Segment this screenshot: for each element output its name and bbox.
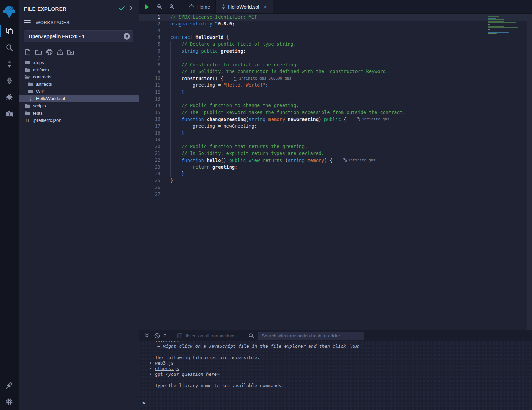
new-file-icon[interactable] xyxy=(24,48,32,56)
search-icon[interactable] xyxy=(0,39,19,56)
code-line-5[interactable]: 5 // Declare a public field of type stri… xyxy=(139,41,527,48)
file-explorer-icon[interactable] xyxy=(0,23,19,39)
deploy-and-run-icon[interactable] xyxy=(0,72,19,89)
tab-close-icon[interactable]: ✕ xyxy=(263,4,267,10)
upload-file-icon[interactable] xyxy=(56,48,64,56)
code-line-22[interactable]: 22 function hello() public view returns … xyxy=(139,157,527,164)
line-number: 2 xyxy=(139,21,160,28)
terminal-library-link[interactable]: web3.js xyxy=(155,360,174,366)
code-line-9[interactable]: 9 // In Solidity, the constructor is def… xyxy=(139,68,527,75)
run-script-icon[interactable] xyxy=(144,4,150,10)
line-number: 1 xyxy=(139,14,160,21)
folder-icon xyxy=(24,60,30,65)
listen-transactions-checkbox[interactable] xyxy=(177,333,182,338)
code-line-2[interactable]: 2pragma solidity ^0.8.0; xyxy=(139,21,527,28)
terminal-output[interactable]: interface – Right click on a JavaScript … xyxy=(139,341,532,410)
workspace-check-icon[interactable] xyxy=(119,6,125,12)
zoom-out-icon[interactable] xyxy=(156,4,162,10)
code-line-25[interactable]: 25} xyxy=(139,177,527,184)
tab-home[interactable]: Home xyxy=(183,0,216,13)
panel-chevron-right-icon[interactable] xyxy=(129,6,132,12)
terminal-line: The following libraries are accessible: xyxy=(155,355,529,360)
code-line-8[interactable]: 8 // Constructor to initialize the greet… xyxy=(139,62,527,69)
code-line-26[interactable]: 26 xyxy=(139,184,527,191)
editor-scrollbar[interactable] xyxy=(527,14,532,330)
line-content: // Declare a public field of type string… xyxy=(160,41,296,48)
clear-console-icon[interactable] xyxy=(153,332,160,339)
terminal-collapse-icon[interactable] xyxy=(143,332,150,339)
code-line-23[interactable]: 23 return greeting; xyxy=(139,164,527,171)
solidity-compiler-icon[interactable] xyxy=(0,56,19,72)
tree-item-helloworld-sol[interactable]: HelloWorld.sol xyxy=(19,95,139,102)
code-line-24[interactable]: 24 } xyxy=(139,170,527,177)
activity-bar xyxy=(0,0,19,410)
code-line-16[interactable]: 16 function changeGreeting(string memory… xyxy=(139,116,527,123)
code-editor[interactable]: 1// SPDX-License-Identifier: MIT2pragma … xyxy=(139,14,532,330)
workspace-select[interactable]: OpenZeppelin ERC20 - 1 xyxy=(24,30,133,42)
line-content: pragma solidity ^0.8.0; xyxy=(160,21,235,28)
terminal-link[interactable]: interface xyxy=(155,341,179,343)
upload-folder-icon[interactable] xyxy=(67,48,74,56)
remix-logo-icon[interactable] xyxy=(0,3,19,21)
line-number: 15 xyxy=(139,109,160,116)
code-line-15[interactable]: 15 // The "public" keyword makes the fun… xyxy=(139,109,527,116)
code-line-27[interactable]: 27 xyxy=(139,191,527,198)
code-line-3[interactable]: 3 xyxy=(139,28,527,34)
clone-github-icon[interactable] xyxy=(45,48,53,56)
line-content: // Public function that returns the gree… xyxy=(160,143,307,150)
folder-icon xyxy=(28,82,33,86)
code-line-10[interactable]: 10 constructor() {infinite gas 368600 ga… xyxy=(139,75,527,82)
line-number: 7 xyxy=(139,55,160,62)
tree-item-label: tests xyxy=(33,111,42,116)
debugger-icon[interactable] xyxy=(0,89,19,105)
file-explorer-actions xyxy=(19,48,139,56)
code-line-13[interactable]: 13 xyxy=(139,96,527,103)
tree-item-scripts[interactable]: scripts xyxy=(19,102,139,109)
settings-gear-icon[interactable] xyxy=(0,393,19,410)
indent-guide xyxy=(170,55,171,62)
new-folder-icon[interactable] xyxy=(35,48,42,56)
tree-item-tests[interactable]: tests xyxy=(19,109,139,117)
code-line-20[interactable]: 20 // Public function that returns the g… xyxy=(139,143,527,150)
line-number: 26 xyxy=(139,184,160,191)
tree-item-wip[interactable]: WIP xyxy=(19,88,139,95)
terminal-prompt[interactable]: > xyxy=(142,400,145,406)
code-line-19[interactable]: 19 xyxy=(139,136,527,143)
learn-eth-icon[interactable] xyxy=(0,105,19,122)
line-content: function hello() public view returns (st… xyxy=(160,157,375,164)
tree-item-label: WIP xyxy=(36,89,45,94)
terminal-search-input[interactable] xyxy=(258,332,364,340)
code-line-4[interactable]: 4contract HelloWorld { xyxy=(139,34,527,41)
tab-helloworld[interactable]: HelloWorld.sol ✕ xyxy=(216,0,273,13)
code-line-7[interactable]: 7 xyxy=(139,55,527,62)
tree-item-artifacts[interactable]: artifacts xyxy=(19,81,139,88)
code-line-18[interactable]: 18 } xyxy=(139,130,527,137)
panel-title: FILE EXPLORER xyxy=(24,6,114,12)
line-number: 12 xyxy=(139,89,160,96)
terminal-line: interface xyxy=(155,341,529,344)
tree-item--prettierrc-json[interactable]: {}.prettierrc.json xyxy=(19,117,139,124)
tree-item--deps[interactable]: .deps xyxy=(19,59,139,66)
line-content xyxy=(160,96,170,103)
code-line-21[interactable]: 21 // In Solidity, explicit return types… xyxy=(139,150,527,157)
code-line-12[interactable]: 12 } xyxy=(139,89,527,96)
code-line-6[interactable]: 6 string public greeting; xyxy=(139,48,527,55)
tree-item-label: scripts xyxy=(33,103,46,108)
code-line-1[interactable]: 1// SPDX-License-Identifier: MIT xyxy=(139,14,527,21)
line-number: 5 xyxy=(139,41,160,48)
solidity-icon xyxy=(222,4,225,10)
terminal-toolbar: 0 listen on all transactions xyxy=(139,330,532,341)
workspaces-menu-icon[interactable] xyxy=(24,20,31,24)
plugin-manager-icon[interactable] xyxy=(0,377,19,393)
code-line-17[interactable]: 17 greeting = newGreeting; xyxy=(139,123,527,130)
code-area[interactable]: 1// SPDX-License-Identifier: MIT2pragma … xyxy=(139,14,527,330)
tree-item-artifacts[interactable]: artifacts xyxy=(19,66,139,73)
line-content xyxy=(160,184,170,191)
minimap[interactable] xyxy=(488,14,520,37)
terminal-line: Type the library name to see available c… xyxy=(155,383,529,388)
zoom-in-icon[interactable] xyxy=(169,4,175,10)
code-line-14[interactable]: 14 // Public function to change the gree… xyxy=(139,102,527,109)
code-line-11[interactable]: 11 greeting = "Hello, World!"; xyxy=(139,82,527,89)
tree-item-contracts[interactable]: contracts xyxy=(19,73,139,81)
terminal-library-link[interactable]: ethers.js xyxy=(155,366,179,371)
